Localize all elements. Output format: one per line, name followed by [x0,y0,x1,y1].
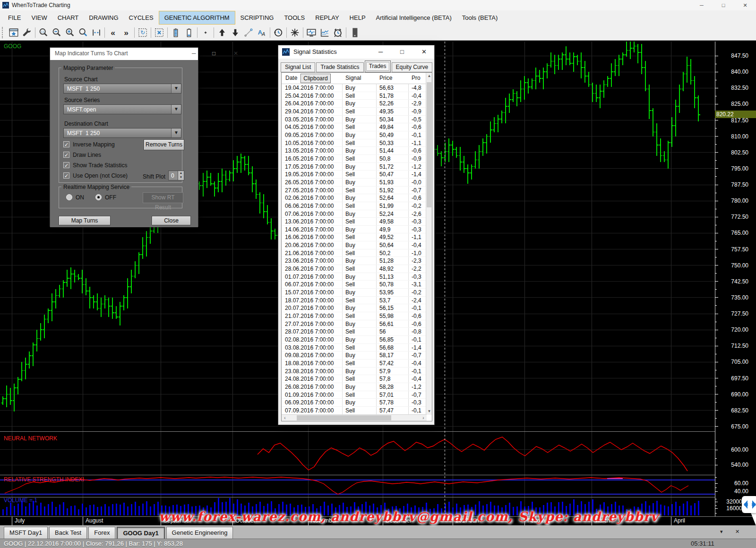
zoom-in-icon[interactable] [63,26,77,39]
trade-row[interactable]: 27.05.2016 7:00:00Sell51,92-0,7 [282,187,427,195]
font-tool-icon[interactable]: AA [255,26,268,39]
zoom-out-icon[interactable] [50,26,63,39]
trade-row[interactable]: 16.06.2016 7:00:00Sell49,52-1,1 [282,233,427,241]
remove-turns-button[interactable]: Remove Turns [144,139,184,150]
trade-row[interactable]: 03.08.2016 7:00:00Sell56,68-1,4 [282,344,427,352]
signal-tab-equity-curve[interactable]: Equity Curve [392,62,433,72]
scroll-up-icon[interactable]: ▲ [426,73,432,79]
vertical-scrollbar[interactable]: ▲ ▼ [426,73,432,415]
menu-item-file[interactable]: FILE [3,11,26,25]
trade-row[interactable]: 01.07.2016 7:00:00Buy51,13-0,3 [282,273,427,281]
trade-row[interactable]: 02.08.2016 7:00:00Buy56,85-0,1 [282,336,427,344]
window-close-button[interactable]: ✕ [734,0,756,10]
trade-row[interactable]: 06.09.2016 7:00:00Buy57,78-0,3 [282,399,427,407]
plus-small-icon[interactable] [199,26,212,39]
checkbox-draw-lines[interactable]: ✓ [63,152,69,158]
map-maximize-button[interactable]: □ [212,50,215,57]
trade-row[interactable]: 18.08.2016 7:00:00Sell57,42-0,4 [282,360,427,368]
signal-minimize-button[interactable]: ─ [378,48,383,55]
trade-row[interactable]: 07.09.2016 7:00:00Sell57,47-0,1 [282,407,427,415]
width-fit-icon[interactable] [90,26,103,39]
zoom-actual-icon[interactable]: 1:1 [37,26,50,39]
trade-row[interactable]: 19.04.2016 7:00:00Buy56,63-4,8 [282,84,427,92]
map-close-button[interactable]: ✕ [233,50,238,57]
trade-row[interactable]: 15.07.2016 7:00:00Buy53,95-0,2 [282,289,427,297]
trade-row[interactable]: 01.09.2016 7:00:00Sell57,01-0,7 [282,391,427,399]
signal-close-button[interactable]: ✕ [421,48,427,55]
tab-msft-day1[interactable]: MSFT Day1 [4,527,48,539]
toolbar-grip[interactable] [2,27,5,38]
checkbox-inverse-mapping[interactable]: ✓ [63,141,69,147]
monitor-pulse-icon[interactable] [305,26,318,39]
tab-back-test[interactable]: Back Test [49,527,87,539]
overflow-icon[interactable] [348,26,361,39]
source-chart-select[interactable]: MSFT 1 250▼ [63,84,181,94]
trade-row[interactable]: 19.05.2016 7:00:00Sell50,47-1,4 [282,171,427,179]
trade-row[interactable]: 04.05.2016 7:00:00Sell49,84-0,6 [282,123,427,131]
clipboard-button[interactable]: Clipboard [301,74,331,83]
trade-row[interactable]: 25.04.2016 7:00:00Sell51,78-0,4 [282,92,427,100]
radio-off[interactable] [95,194,102,200]
curve-chart-icon[interactable] [318,26,331,39]
remote-control-icon[interactable] [742,496,756,513]
arrow-up-icon[interactable] [215,26,229,39]
tab-forex[interactable]: Forex [88,527,115,539]
col-price[interactable]: Price [379,75,392,81]
trade-row[interactable]: 28.06.2016 7:00:00Sell48,92-2,2 [282,265,427,273]
wrench-icon[interactable] [20,26,34,39]
trade-row[interactable]: 21.06.2016 7:00:00Sell50,2-1,0 [282,249,427,257]
skip-back-icon[interactable]: « [106,26,120,39]
signal-tab-trade-statistics[interactable]: Trade Statistics [316,62,363,72]
window-star-icon[interactable] [7,26,20,39]
trade-row[interactable]: 20.07.2016 7:00:00Buy56,15-0,1 [282,304,427,312]
tabstrip-collapse-icon[interactable]: ▾ [720,529,723,535]
window-minimize-button[interactable]: ─ [691,0,713,10]
menu-item-help[interactable]: HELP [344,11,371,25]
menu-item-chart[interactable]: CHART [52,11,84,25]
trade-row[interactable]: 26.05.2016 7:00:00Buy51,93-0,0 [282,179,427,187]
trade-row[interactable]: 06.07.2016 7:00:00Sell50,78-3,1 [282,281,427,289]
menu-item-tools-beta[interactable]: Tools (BETA) [457,11,503,25]
trade-row[interactable]: 16.05.2016 7:00:00Sell50,8-0,9 [282,155,427,163]
tab-genetic-engineering[interactable]: Genetic Engineering [166,527,233,539]
menu-item-tools[interactable]: TOOLS [279,11,310,25]
destination-chart-select[interactable]: MSFT 1 250▼ [63,128,181,138]
trade-row[interactable]: 26.04.2016 7:00:00Buy52,26-2,9 [282,100,427,108]
source-series-select[interactable]: MSFT.open▼ [63,104,181,114]
signal-dialog-titlebar[interactable]: Signal Statistics ─ □ ✕ [278,45,434,59]
trade-row[interactable]: 18.07.2016 7:00:00Sell53,7-2,4 [282,297,427,305]
map-minimize-button[interactable]: ─ [192,50,196,57]
trade-row[interactable]: 23.08.2016 7:00:00Buy57,9-0,1 [282,368,427,376]
trade-row[interactable]: 09.08.2016 7:00:00Buy58,17-0,7 [282,351,427,360]
trade-row[interactable]: 10.05.2016 7:00:00Sell50,33-1,1 [282,139,427,147]
window-maximize-button[interactable]: □ [713,0,734,10]
trade-row[interactable]: 07.06.2016 7:00:00Buy52,24-2,6 [282,210,427,218]
trade-row[interactable]: 24.08.2016 7:00:00Sell57,8-0,4 [282,375,427,383]
trade-row[interactable]: 17.05.2016 7:00:00Buy51,72-1,2 [282,163,427,171]
scroll-right-icon[interactable]: › [420,415,427,421]
line-tool-icon[interactable] [242,26,255,39]
trade-row[interactable]: 20.06.2016 7:00:00Buy50,64-0,4 [282,241,427,249]
trade-row[interactable]: 21.07.2016 7:00:00Sell55,98-0,6 [282,312,427,320]
trade-row[interactable]: 27.07.2016 7:00:00Buy56,61-0,6 [282,320,427,328]
menu-item-scripting[interactable]: SCRIPTING [235,11,279,25]
trade-row[interactable]: 09.05.2016 7:00:00Buy50,49-0,1 [282,131,427,139]
box-refresh-icon[interactable]: ↻ [136,26,149,39]
trade-row[interactable]: 13.05.2016 7:00:00Buy51,44-0,6 [282,147,427,155]
tabstrip-close-icon[interactable]: ✕ [735,529,739,535]
signal-tab-trades[interactable]: Trades [365,60,391,72]
skip-forward-icon[interactable]: » [120,26,133,39]
menu-item-view[interactable]: VIEW [26,11,52,25]
checkbox-use-open-not-close[interactable]: ✓ [63,172,69,179]
tab-goog-day1[interactable]: GOOG Day1 [117,527,164,539]
trade-row[interactable]: 26.08.2016 7:00:00Buy58,28-1,2 [282,383,427,391]
history-clock-icon[interactable] [272,26,285,39]
radio-on[interactable] [66,194,72,200]
spider-icon[interactable] [288,26,301,39]
menu-item-artificial-intelligence-beta[interactable]: Artificial Intelligence (BETA) [371,11,457,25]
map-close-action-button[interactable]: Close [152,216,191,225]
signal-maximize-button[interactable]: □ [400,48,404,55]
menu-item-replay[interactable]: REPLAY [310,11,344,25]
col-date[interactable]: Date [285,75,297,81]
menu-item-cycles[interactable]: CYCLES [124,11,159,25]
